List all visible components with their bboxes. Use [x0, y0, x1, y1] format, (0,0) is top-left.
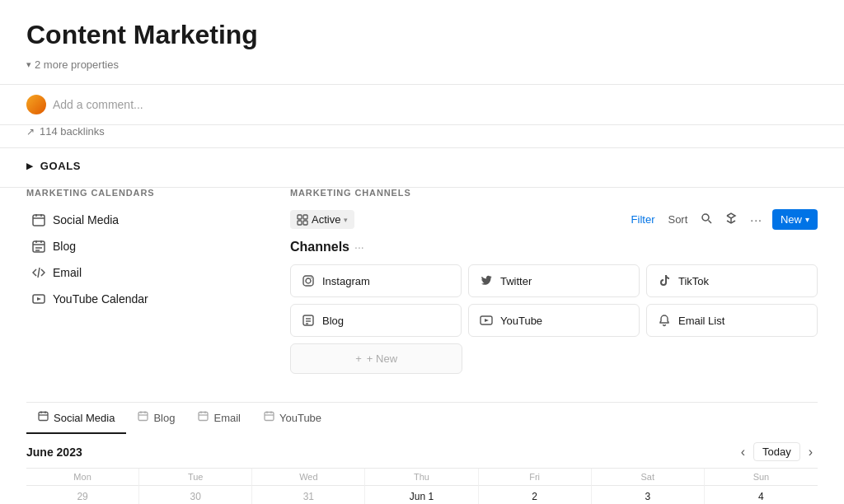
channel-label: Email List [678, 315, 724, 327]
more-properties-label: 2 more properties [35, 58, 119, 71]
calendar-item-label: YouTube Calendar [53, 292, 148, 306]
svg-rect-18 [298, 215, 302, 219]
svg-rect-0 [33, 215, 45, 226]
tab-calendar-icon-blog [138, 411, 148, 424]
svg-line-15 [38, 268, 40, 278]
channel-card-instagram[interactable]: Instagram [290, 264, 462, 297]
calendar-bar: June 2023 ‹ Today › [26, 434, 818, 461]
calendar-grid-icon [31, 212, 46, 227]
tab-blog[interactable]: Blog [126, 403, 186, 434]
cal-date-2[interactable]: 2 [479, 485, 592, 504]
tab-label: Blog [153, 412, 175, 424]
more-options-button[interactable]: ··· [747, 212, 766, 228]
tab-youtube[interactable]: YouTube [252, 403, 333, 434]
cal-date-4[interactable]: 4 [705, 485, 818, 504]
channels-more-icon[interactable]: ··· [354, 240, 364, 254]
backlinks-label: 114 backlinks [40, 125, 105, 138]
new-button[interactable]: New ▾ [772, 209, 818, 230]
layout-button[interactable] [722, 211, 740, 228]
page-container: Content Marketing ▾ 2 more properties Ad… [0, 0, 844, 504]
sort-button[interactable]: Sort [664, 212, 691, 227]
channel-card-youtube[interactable]: YouTube [468, 304, 640, 337]
cal-date-31[interactable]: 31 [252, 485, 365, 504]
channel-card-blog[interactable]: Blog [290, 304, 462, 337]
tab-calendar-icon-email [198, 411, 209, 424]
channel-card-email-list[interactable]: Email List [646, 304, 818, 337]
calendar-item-label: Social Media [53, 213, 119, 226]
svg-point-26 [306, 278, 311, 283]
filter-button[interactable]: Filter [628, 212, 659, 227]
calendar-item-label: Email [53, 266, 82, 279]
channel-label: YouTube [500, 315, 542, 327]
channels-toolbar: Active ▾ Filter Sort [290, 209, 818, 230]
calendar-next-button[interactable]: › [804, 443, 818, 461]
youtube-icon [479, 313, 494, 328]
svg-rect-19 [303, 215, 307, 219]
marketing-calendars-heading: MARKETING CALENDARS [26, 188, 257, 198]
search-button[interactable] [697, 211, 715, 228]
cal-date-jun1[interactable]: Jun 1 [365, 485, 478, 504]
active-label: Active [312, 213, 340, 226]
svg-point-22 [702, 214, 709, 221]
goals-section[interactable]: ▶ GOALS [26, 148, 818, 187]
youtube-calendar-icon [31, 292, 46, 306]
calendar-day-headers: Mon Tue Wed Thu Fri Sat Sun [26, 468, 818, 485]
search-icon [701, 212, 712, 224]
tab-email[interactable]: Email [186, 403, 252, 434]
calendar-prev-button[interactable]: ‹ [736, 443, 750, 461]
backlink-icon: ↗ [26, 126, 35, 138]
channel-label: Twitter [500, 275, 532, 287]
code-icon [31, 265, 46, 280]
cal-date-3[interactable]: 3 [592, 485, 705, 504]
calendar-month-label: June 2023 [26, 446, 82, 459]
grid-icon [297, 214, 308, 226]
svg-rect-25 [303, 276, 313, 286]
day-label-thu: Thu [365, 469, 478, 485]
chevron-down-icon: ▾ [26, 59, 31, 70]
bottom-section: Social Media Blog [26, 402, 818, 504]
tab-calendar-icon-youtube [264, 411, 274, 424]
plus-icon: + [355, 352, 362, 365]
tabs-row: Social Media Blog [26, 403, 818, 434]
channel-card-tiktok[interactable]: TikTok [646, 264, 818, 297]
comment-placeholder[interactable]: Add a comment... [53, 98, 143, 111]
calendar-dates-row: 29 30 31 Jun 1 2 3 4 [26, 485, 818, 504]
goals-label: GOALS [40, 160, 81, 172]
svg-point-27 [311, 278, 312, 278]
svg-rect-38 [138, 413, 148, 421]
channel-label: Blog [322, 315, 344, 327]
tab-social-media[interactable]: Social Media [26, 403, 126, 434]
two-col-layout: MARKETING CALENDARS [26, 188, 818, 402]
layout-icon [725, 212, 737, 224]
backlinks-row[interactable]: ↗ 114 backlinks [26, 125, 818, 147]
active-filter-badge[interactable]: Active ▾ [290, 210, 354, 229]
svg-rect-34 [39, 413, 48, 421]
svg-rect-42 [199, 413, 208, 421]
active-chevron-icon: ▾ [344, 216, 348, 224]
day-label-fri: Fri [479, 469, 592, 485]
channels-label-row: Channels ··· [290, 240, 818, 254]
new-channel-button[interactable]: + + New [290, 343, 462, 374]
new-btn-chevron-icon: ▾ [805, 215, 809, 224]
day-label-sat: Sat [592, 469, 705, 485]
more-properties-toggle[interactable]: ▾ 2 more properties [26, 58, 818, 71]
tab-label: Email [213, 412, 241, 424]
calendar-today-button[interactable]: Today [753, 442, 800, 461]
tab-label: YouTube [279, 412, 321, 424]
cal-date-30[interactable]: 30 [139, 485, 252, 504]
calendar-item-blog[interactable]: Blog [26, 236, 257, 257]
cal-date-29[interactable]: 29 [26, 485, 139, 504]
tab-calendar-icon-social [38, 411, 49, 424]
blog-calendar-icon [31, 239, 46, 254]
svg-rect-46 [265, 413, 274, 421]
calendar-item-youtube[interactable]: YouTube Calendar [26, 288, 257, 310]
calendar-item-email[interactable]: Email [26, 262, 257, 283]
svg-marker-17 [37, 297, 41, 301]
calendar-item-social-media[interactable]: Social Media [26, 209, 257, 231]
channel-card-twitter[interactable]: Twitter [468, 264, 640, 297]
instagram-icon [301, 273, 316, 288]
ellipsis-icon: ··· [750, 213, 762, 226]
svg-line-23 [709, 221, 712, 224]
avatar [26, 95, 46, 114]
channel-label: TikTok [678, 275, 709, 287]
